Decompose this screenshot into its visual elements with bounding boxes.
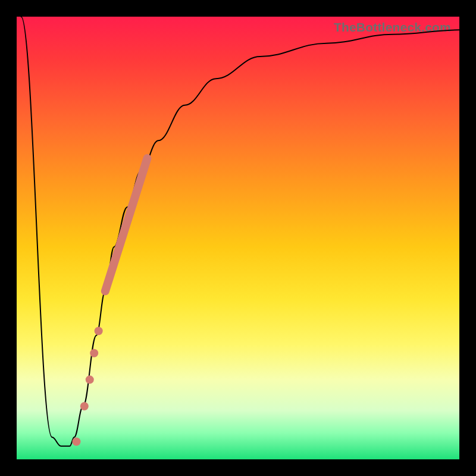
highlight-dot: [95, 327, 103, 335]
plot-area: TheBottleneck.com: [17, 17, 459, 459]
chart-frame: TheBottleneck.com: [0, 0, 476, 476]
curve-svg: [17, 17, 459, 459]
highlight-dot: [86, 375, 94, 384]
highlight-segment: [105, 158, 148, 291]
highlight-dot: [90, 349, 98, 357]
highlight-dot: [80, 402, 89, 411]
highlight-dot: [72, 437, 80, 446]
